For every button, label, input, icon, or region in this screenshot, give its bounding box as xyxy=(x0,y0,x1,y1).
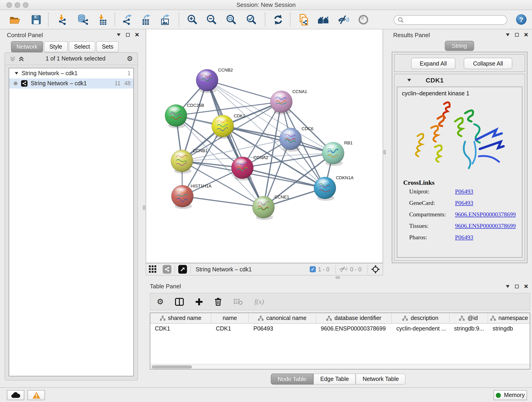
scrollbar-thumb[interactable] xyxy=(152,365,192,369)
protein-card-header[interactable]: CDK1 xyxy=(394,74,525,86)
show-hide-details-button[interactable] xyxy=(338,14,350,26)
tree-expander-icon[interactable] xyxy=(15,72,18,75)
add-column-icon[interactable] xyxy=(196,298,203,306)
network-canvas[interactable]: CCNB2CCNA1CDC25BCDK1CDC6RB1CCNB1CCNA2CDK… xyxy=(146,29,383,263)
network-share-view-icon[interactable] xyxy=(163,265,171,274)
string-home-button[interactable] xyxy=(317,14,329,26)
network-options-gear-icon[interactable]: ⚙ xyxy=(127,55,133,63)
close-panel-icon[interactable]: ✕ xyxy=(523,283,529,289)
network-row-selected[interactable]: String Network – cdk1 11 48 xyxy=(9,78,133,89)
expand-all-button[interactable]: Expand All xyxy=(411,58,456,69)
export-network-icon xyxy=(121,14,133,25)
current-network-dot-icon xyxy=(14,82,17,85)
export-image-button[interactable] xyxy=(159,14,171,26)
help-button[interactable]: ? xyxy=(516,14,526,25)
crosslink-label: Uniprot: xyxy=(409,188,455,195)
memory-status-dot xyxy=(496,393,501,398)
warning-status-button[interactable] xyxy=(27,390,45,400)
tab-select[interactable]: Select xyxy=(69,41,95,52)
delete-column-trash-icon[interactable] xyxy=(215,298,222,306)
right-splitter-handle[interactable] xyxy=(384,150,386,154)
clone-network-button[interactable] xyxy=(298,14,310,26)
collapse-all-button[interactable]: Collapse All xyxy=(464,58,512,69)
table-row[interactable]: CDK1CDK1P064939606.ENSP00000378699cyclin… xyxy=(150,324,530,333)
zoom-fit-button[interactable] xyxy=(225,14,237,26)
float-panel-icon[interactable] xyxy=(514,32,520,38)
close-panel-icon[interactable]: ✕ xyxy=(523,32,529,38)
tab-string[interactable]: String xyxy=(444,41,474,51)
edge-count: 48 xyxy=(124,80,131,87)
column-type-icon xyxy=(490,316,496,321)
column-header--id[interactable]: @id xyxy=(450,313,488,323)
cloud-status-button[interactable] xyxy=(7,390,24,400)
table-cell[interactable]: stringdb xyxy=(488,324,530,333)
column-header-label: name xyxy=(223,315,237,321)
table-cell[interactable]: CDK1 xyxy=(211,324,249,333)
column-header-label: namespace xyxy=(498,315,528,321)
expand-all-icon[interactable] xyxy=(18,56,24,62)
export-network-button[interactable] xyxy=(121,14,133,26)
column-header-namespace[interactable]: namespace xyxy=(488,313,530,323)
zoom-selected-icon xyxy=(246,14,257,25)
bottom-splitter-handle[interactable] xyxy=(336,276,340,279)
panel-menu-icon[interactable] xyxy=(505,283,511,289)
zoom-selected-button[interactable] xyxy=(246,14,258,26)
export-table-button[interactable] xyxy=(140,14,152,26)
open-session-button[interactable] xyxy=(9,14,21,26)
crosslink-value-link[interactable]: P06493 xyxy=(455,188,473,195)
crosslink-row: Compartments:9606.ENSP00000378699 xyxy=(409,211,522,218)
crosslink-value-link[interactable]: P06493 xyxy=(455,199,473,207)
collapse-all-icon[interactable] xyxy=(10,56,16,62)
float-panel-icon[interactable] xyxy=(514,283,520,289)
column-header-database-identifier[interactable]: database identifier xyxy=(316,313,392,323)
crosslink-value-link[interactable]: 9606.ENSP00000378699 xyxy=(455,222,516,230)
table-settings-gear-icon[interactable]: ⚙ xyxy=(157,297,164,306)
tab-sets[interactable]: Sets xyxy=(96,41,119,52)
network-collection-row[interactable]: String Network – cdk1 1 xyxy=(9,68,133,78)
tab-network[interactable]: Network xyxy=(11,41,43,52)
column-header-canonical-name[interactable]: canonical name xyxy=(249,313,316,323)
node-label-CCNB1: CCNB1 xyxy=(193,148,208,153)
table-cell[interactable]: P06493 xyxy=(249,324,316,333)
inactive-eye-button[interactable] xyxy=(357,14,369,26)
tab-style[interactable]: Style xyxy=(44,41,68,52)
table-cell[interactable]: CDK1 xyxy=(150,324,211,333)
column-type-icon xyxy=(403,316,408,321)
selected-nodes-checkbox[interactable]: ✓ xyxy=(310,266,316,272)
crosslink-value-link[interactable]: P06493 xyxy=(455,234,473,241)
memory-button[interactable]: Memory xyxy=(494,390,527,400)
float-panel-icon[interactable] xyxy=(125,32,131,38)
panel-menu-icon[interactable] xyxy=(505,32,511,38)
column-header-shared-name[interactable]: shared name xyxy=(150,313,211,323)
table-body: CDK1CDK1P064939606.ENSP00000378699cyclin… xyxy=(150,324,530,333)
crosslink-value-link[interactable]: 9606.ENSP00000378699 xyxy=(455,211,516,218)
zoom-in-button[interactable] xyxy=(186,14,198,26)
network-graph[interactable]: CCNB2CCNA1CDC25BCDK1CDC6RB1CCNB1CCNA2CDK… xyxy=(146,29,383,262)
import-network-from-file-button[interactable] xyxy=(57,14,69,26)
close-panel-icon[interactable]: ✕ xyxy=(134,32,140,38)
tab-edge-table[interactable]: Edge Table xyxy=(313,374,356,385)
show-columns-icon[interactable] xyxy=(175,298,184,306)
table-cell[interactable]: 9606.ENSP00000378699 xyxy=(316,324,392,333)
column-type-icon xyxy=(258,316,264,321)
left-splitter-handle[interactable] xyxy=(143,205,145,210)
apply-layout-button[interactable] xyxy=(272,14,284,26)
collapse-section-icon[interactable] xyxy=(407,79,411,81)
panel-menu-icon[interactable] xyxy=(115,32,122,38)
save-session-button[interactable] xyxy=(30,14,42,26)
node-label-HIST1H1A: HIST1H1A xyxy=(191,184,211,188)
column-header-name[interactable]: name xyxy=(211,313,249,323)
crosshair-icon[interactable] xyxy=(371,265,380,274)
tab-network-table[interactable]: Network Table xyxy=(356,374,406,385)
horizontal-scrollbar[interactable] xyxy=(150,364,530,369)
search-input[interactable] xyxy=(406,17,503,23)
table-cell[interactable]: stringdb:9... xyxy=(450,324,488,333)
zoom-out-button[interactable] xyxy=(206,14,218,26)
table-cell[interactable]: cyclin-dependent ... xyxy=(392,324,450,333)
column-header-description[interactable]: description xyxy=(392,313,450,323)
import-table-from-file-button[interactable] xyxy=(97,14,109,26)
grid-view-icon[interactable] xyxy=(149,265,157,273)
import-network-from-database-button[interactable] xyxy=(76,14,89,26)
birds-eye-view-icon[interactable] xyxy=(178,265,187,274)
tab-node-table[interactable]: Node Table xyxy=(271,374,313,385)
